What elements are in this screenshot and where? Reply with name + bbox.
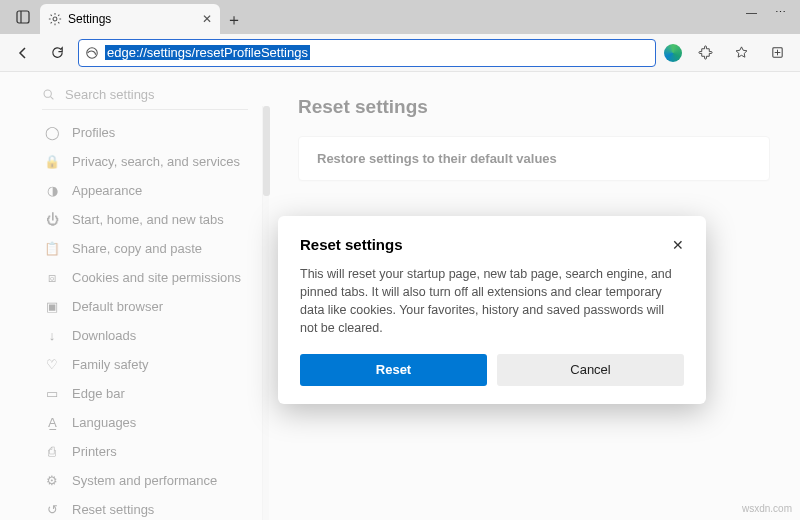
new-tab-button[interactable]: ＋ xyxy=(220,6,248,34)
close-tab-button[interactable]: ✕ xyxy=(202,12,212,26)
tabs-menu-icon xyxy=(16,10,30,24)
dialog-body: This will reset your startup page, new t… xyxy=(300,265,684,338)
arrow-left-icon xyxy=(15,45,31,61)
puzzle-icon xyxy=(698,45,713,60)
dialog-title: Reset settings xyxy=(300,236,403,253)
collections-icon xyxy=(770,45,785,60)
refresh-button[interactable] xyxy=(44,40,70,66)
address-bar[interactable]: edge://settings/resetProfileSettings xyxy=(78,39,656,67)
back-button[interactable] xyxy=(10,40,36,66)
svg-rect-0 xyxy=(17,11,29,23)
reset-dialog: Reset settings ✕ This will reset your st… xyxy=(278,216,706,404)
reset-button[interactable]: Reset xyxy=(300,354,487,386)
cancel-button[interactable]: Cancel xyxy=(497,354,684,386)
edge-logo-icon xyxy=(85,46,99,60)
dialog-close-button[interactable]: ✕ xyxy=(672,237,684,253)
watermark: wsxdn.com xyxy=(742,503,792,514)
tabs-menu-button[interactable] xyxy=(6,0,40,34)
address-bar-url: edge://settings/resetProfileSettings xyxy=(105,45,310,60)
gear-icon xyxy=(48,12,62,26)
refresh-icon xyxy=(50,45,65,60)
profile-button[interactable] xyxy=(664,44,682,62)
window-controls: — ⋯ xyxy=(746,0,800,19)
tab-title: Settings xyxy=(68,12,111,26)
svg-point-2 xyxy=(53,17,57,21)
app-menu-button[interactable]: ⋯ xyxy=(775,6,786,19)
collections-button[interactable] xyxy=(764,40,790,66)
browser-toolbar: edge://settings/resetProfileSettings xyxy=(0,34,800,72)
star-plus-icon xyxy=(734,45,749,60)
tab-strip: Settings ✕ ＋ — ⋯ xyxy=(0,0,800,34)
browser-tab[interactable]: Settings ✕ xyxy=(40,4,220,34)
favorites-button[interactable] xyxy=(728,40,754,66)
minimize-button[interactable]: — xyxy=(746,6,757,19)
extensions-button[interactable] xyxy=(692,40,718,66)
